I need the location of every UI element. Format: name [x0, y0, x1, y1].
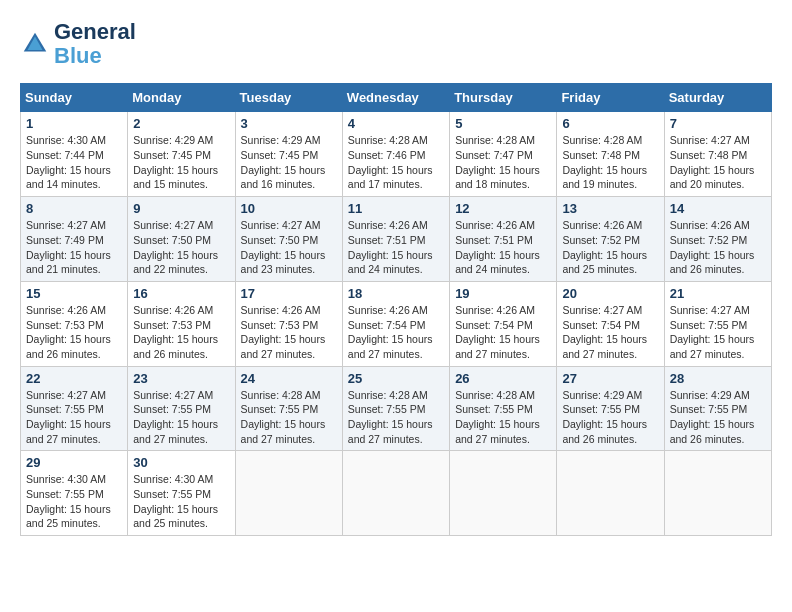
day-number: 21 — [670, 286, 766, 301]
day-info: Sunrise: 4:27 AMSunset: 7:48 PMDaylight:… — [670, 133, 766, 192]
day-number: 29 — [26, 455, 122, 470]
day-number: 7 — [670, 116, 766, 131]
calendar-cell: 18 Sunrise: 4:26 AMSunset: 7:54 PMDaylig… — [342, 281, 449, 366]
calendar-cell: 11 Sunrise: 4:26 AMSunset: 7:51 PMDaylig… — [342, 197, 449, 282]
calendar-cell: 2 Sunrise: 4:29 AMSunset: 7:45 PMDayligh… — [128, 112, 235, 197]
day-info: Sunrise: 4:26 AMSunset: 7:52 PMDaylight:… — [670, 218, 766, 277]
day-number: 8 — [26, 201, 122, 216]
calendar-cell: 4 Sunrise: 4:28 AMSunset: 7:46 PMDayligh… — [342, 112, 449, 197]
day-info: Sunrise: 4:28 AMSunset: 7:55 PMDaylight:… — [241, 388, 337, 447]
day-number: 2 — [133, 116, 229, 131]
day-number: 6 — [562, 116, 658, 131]
day-info: Sunrise: 4:26 AMSunset: 7:53 PMDaylight:… — [26, 303, 122, 362]
day-number: 1 — [26, 116, 122, 131]
day-number: 16 — [133, 286, 229, 301]
day-info: Sunrise: 4:26 AMSunset: 7:53 PMDaylight:… — [241, 303, 337, 362]
day-info: Sunrise: 4:30 AMSunset: 7:55 PMDaylight:… — [26, 472, 122, 531]
calendar-cell: 14 Sunrise: 4:26 AMSunset: 7:52 PMDaylig… — [664, 197, 771, 282]
page-header: General Blue — [20, 20, 772, 68]
day-number: 12 — [455, 201, 551, 216]
day-info: Sunrise: 4:27 AMSunset: 7:55 PMDaylight:… — [133, 388, 229, 447]
calendar-cell: 1 Sunrise: 4:30 AMSunset: 7:44 PMDayligh… — [21, 112, 128, 197]
day-info: Sunrise: 4:30 AMSunset: 7:44 PMDaylight:… — [26, 133, 122, 192]
day-info: Sunrise: 4:26 AMSunset: 7:53 PMDaylight:… — [133, 303, 229, 362]
calendar-cell: 9 Sunrise: 4:27 AMSunset: 7:50 PMDayligh… — [128, 197, 235, 282]
calendar-cell: 27 Sunrise: 4:29 AMSunset: 7:55 PMDaylig… — [557, 366, 664, 451]
calendar-cell: 26 Sunrise: 4:28 AMSunset: 7:55 PMDaylig… — [450, 366, 557, 451]
calendar-cell: 8 Sunrise: 4:27 AMSunset: 7:49 PMDayligh… — [21, 197, 128, 282]
day-number: 14 — [670, 201, 766, 216]
day-number: 3 — [241, 116, 337, 131]
day-number: 10 — [241, 201, 337, 216]
day-number: 20 — [562, 286, 658, 301]
day-number: 22 — [26, 371, 122, 386]
day-info: Sunrise: 4:28 AMSunset: 7:48 PMDaylight:… — [562, 133, 658, 192]
day-info: Sunrise: 4:26 AMSunset: 7:54 PMDaylight:… — [348, 303, 444, 362]
calendar-table: SundayMondayTuesdayWednesdayThursdayFrid… — [20, 83, 772, 536]
calendar-week-row: 8 Sunrise: 4:27 AMSunset: 7:49 PMDayligh… — [21, 197, 772, 282]
weekday-header-saturday: Saturday — [664, 84, 771, 112]
day-info: Sunrise: 4:27 AMSunset: 7:49 PMDaylight:… — [26, 218, 122, 277]
day-info: Sunrise: 4:29 AMSunset: 7:55 PMDaylight:… — [670, 388, 766, 447]
weekday-header-friday: Friday — [557, 84, 664, 112]
calendar-cell: 29 Sunrise: 4:30 AMSunset: 7:55 PMDaylig… — [21, 451, 128, 536]
calendar-cell: 17 Sunrise: 4:26 AMSunset: 7:53 PMDaylig… — [235, 281, 342, 366]
calendar-cell: 23 Sunrise: 4:27 AMSunset: 7:55 PMDaylig… — [128, 366, 235, 451]
day-info: Sunrise: 4:30 AMSunset: 7:55 PMDaylight:… — [133, 472, 229, 531]
calendar-week-row: 29 Sunrise: 4:30 AMSunset: 7:55 PMDaylig… — [21, 451, 772, 536]
day-number: 28 — [670, 371, 766, 386]
calendar-cell: 5 Sunrise: 4:28 AMSunset: 7:47 PMDayligh… — [450, 112, 557, 197]
day-info: Sunrise: 4:27 AMSunset: 7:55 PMDaylight:… — [26, 388, 122, 447]
day-info: Sunrise: 4:29 AMSunset: 7:55 PMDaylight:… — [562, 388, 658, 447]
calendar-cell: 30 Sunrise: 4:30 AMSunset: 7:55 PMDaylig… — [128, 451, 235, 536]
day-info: Sunrise: 4:28 AMSunset: 7:55 PMDaylight:… — [455, 388, 551, 447]
calendar-cell: 15 Sunrise: 4:26 AMSunset: 7:53 PMDaylig… — [21, 281, 128, 366]
calendar-cell: 13 Sunrise: 4:26 AMSunset: 7:52 PMDaylig… — [557, 197, 664, 282]
day-info: Sunrise: 4:29 AMSunset: 7:45 PMDaylight:… — [133, 133, 229, 192]
day-number: 11 — [348, 201, 444, 216]
weekday-header-wednesday: Wednesday — [342, 84, 449, 112]
day-number: 30 — [133, 455, 229, 470]
day-number: 15 — [26, 286, 122, 301]
calendar-cell — [664, 451, 771, 536]
day-info: Sunrise: 4:26 AMSunset: 7:51 PMDaylight:… — [455, 218, 551, 277]
day-info: Sunrise: 4:28 AMSunset: 7:46 PMDaylight:… — [348, 133, 444, 192]
day-number: 19 — [455, 286, 551, 301]
day-info: Sunrise: 4:26 AMSunset: 7:54 PMDaylight:… — [455, 303, 551, 362]
calendar-cell: 25 Sunrise: 4:28 AMSunset: 7:55 PMDaylig… — [342, 366, 449, 451]
calendar-week-row: 22 Sunrise: 4:27 AMSunset: 7:55 PMDaylig… — [21, 366, 772, 451]
calendar-cell: 7 Sunrise: 4:27 AMSunset: 7:48 PMDayligh… — [664, 112, 771, 197]
calendar-cell: 19 Sunrise: 4:26 AMSunset: 7:54 PMDaylig… — [450, 281, 557, 366]
logo-icon — [20, 29, 50, 59]
day-info: Sunrise: 4:26 AMSunset: 7:52 PMDaylight:… — [562, 218, 658, 277]
calendar-header-row: SundayMondayTuesdayWednesdayThursdayFrid… — [21, 84, 772, 112]
calendar-cell — [235, 451, 342, 536]
day-number: 5 — [455, 116, 551, 131]
calendar-cell — [342, 451, 449, 536]
day-info: Sunrise: 4:28 AMSunset: 7:55 PMDaylight:… — [348, 388, 444, 447]
day-info: Sunrise: 4:27 AMSunset: 7:50 PMDaylight:… — [133, 218, 229, 277]
calendar-cell: 22 Sunrise: 4:27 AMSunset: 7:55 PMDaylig… — [21, 366, 128, 451]
day-info: Sunrise: 4:27 AMSunset: 7:54 PMDaylight:… — [562, 303, 658, 362]
day-number: 27 — [562, 371, 658, 386]
calendar-week-row: 1 Sunrise: 4:30 AMSunset: 7:44 PMDayligh… — [21, 112, 772, 197]
day-number: 25 — [348, 371, 444, 386]
calendar-cell: 16 Sunrise: 4:26 AMSunset: 7:53 PMDaylig… — [128, 281, 235, 366]
day-number: 23 — [133, 371, 229, 386]
calendar-cell — [450, 451, 557, 536]
day-number: 4 — [348, 116, 444, 131]
day-info: Sunrise: 4:29 AMSunset: 7:45 PMDaylight:… — [241, 133, 337, 192]
weekday-header-tuesday: Tuesday — [235, 84, 342, 112]
calendar-week-row: 15 Sunrise: 4:26 AMSunset: 7:53 PMDaylig… — [21, 281, 772, 366]
day-number: 24 — [241, 371, 337, 386]
calendar-cell: 6 Sunrise: 4:28 AMSunset: 7:48 PMDayligh… — [557, 112, 664, 197]
weekday-header-monday: Monday — [128, 84, 235, 112]
calendar-cell — [557, 451, 664, 536]
calendar-cell: 21 Sunrise: 4:27 AMSunset: 7:55 PMDaylig… — [664, 281, 771, 366]
day-number: 26 — [455, 371, 551, 386]
weekday-header-thursday: Thursday — [450, 84, 557, 112]
day-info: Sunrise: 4:27 AMSunset: 7:50 PMDaylight:… — [241, 218, 337, 277]
logo: General Blue — [20, 20, 136, 68]
calendar-cell: 3 Sunrise: 4:29 AMSunset: 7:45 PMDayligh… — [235, 112, 342, 197]
day-number: 9 — [133, 201, 229, 216]
